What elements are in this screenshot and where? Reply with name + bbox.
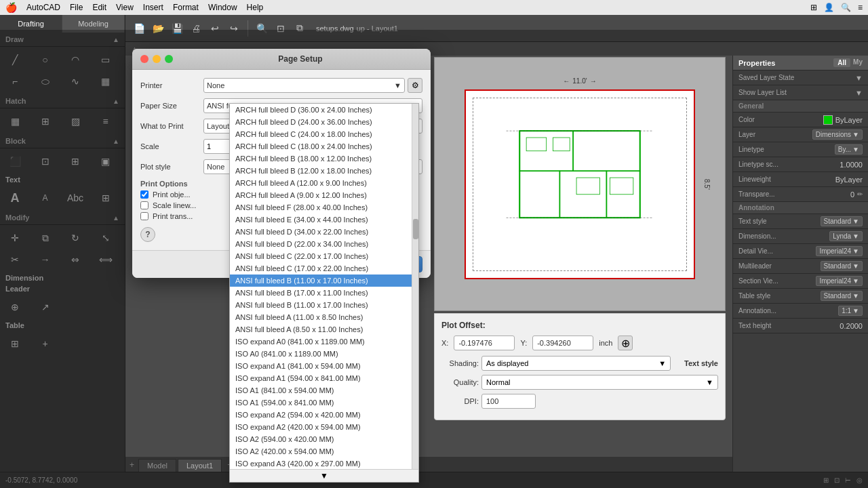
multileader-dropdown[interactable]: Standard ▼ [821,261,863,271]
x-offset-input[interactable] [454,336,515,350]
menu-window[interactable]: Window [208,3,237,12]
text-style-dropdown[interactable]: Standard ▼ [821,216,863,226]
detail-view-label: Detail Vie... [738,247,773,255]
print-transparency-label: Print trans... [153,212,193,220]
dropdown-item-26[interactable]: ISO expand A2 (420.00 x 594.00 MM) [230,421,418,433]
menu-edit[interactable]: Edit [92,3,106,12]
dimension-dropdown[interactable]: Lynda ▼ [829,231,863,241]
minimize-button[interactable] [153,55,161,63]
grid-icon: ⊞ [810,3,817,12]
section-view-row: Section Vie... Imperial24 ▼ [733,274,868,289]
scale-lineweights-label: Scale linew... [153,201,196,209]
annotation-scale-dropdown[interactable]: 1:1 ▼ [838,306,863,316]
dropdown-item-3[interactable]: ARCH full bleed C (18.00 x 24.00 Inches) [230,140,418,152]
dropdown-item-16[interactable]: ANSI full bleed B (11.00 x 17.00 Inches) [230,299,418,311]
dialog-title: Page Setup [178,54,422,64]
paper-size-dropdown-list[interactable]: ARCH full bleed D (36.00 x 24.00 Inches)… [229,103,419,483]
shading-chevron-icon: ▼ [658,359,666,367]
print-objects-checkbox[interactable] [140,190,149,199]
printer-select[interactable]: None ▼ [203,78,405,93]
annotation-scale-value: 1:1 [842,307,851,314]
menu-format[interactable]: Format [173,3,199,12]
printer-chevron-icon: ▼ [394,81,401,89]
dropdown-item-0[interactable]: ARCH full bleed D (36.00 x 24.00 Inches) [230,104,418,116]
linetype-dropdown[interactable]: By... ▼ [835,144,863,155]
dimension-chevron-icon: ▼ [852,232,859,240]
my-tab[interactable]: My [853,58,863,67]
dropdown-item-18[interactable]: ANSI full bleed A (8.50 x 11.00 Inches) [230,323,418,336]
y-offset-input[interactable] [532,336,593,350]
dpi-input[interactable] [481,394,536,409]
maximize-button[interactable] [165,55,173,63]
dropdown-item-11[interactable]: ANSI full bleed D (22.00 x 34.00 Inches) [230,238,418,250]
detail-view-dropdown[interactable]: Imperial24 ▼ [816,246,863,256]
dropdown-item-28[interactable]: ISO A2 (420.00 x 594.00 MM) [230,445,418,458]
dropdown-item-1[interactable]: ARCH full bleed D (24.00 x 36.00 Inches) [230,116,418,128]
printer-settings-icon[interactable]: ⚙ [408,78,422,93]
quality-select[interactable]: Normal ▼ [481,375,718,390]
all-tab[interactable]: All [833,58,850,67]
dropdown-item-10[interactable]: ANSI full bleed D (34.00 x 22.00 Inches) [230,226,418,238]
center-to-page-button[interactable]: ⊕ [618,336,633,350]
dropdown-item-6[interactable]: ARCH full bleed A (12.00 x 9.00 Inches) [230,177,418,189]
dropdown-item-24[interactable]: ISO A1 (594.00 x 841.00 MM) [230,396,418,409]
table-style-value: Standard [824,292,852,300]
quality-value: Normal [486,378,510,386]
help-button[interactable]: ? [140,227,155,242]
linetype-scale-value: 1.0000 [840,161,863,169]
what-to-print-label: What to Print [140,122,198,130]
shading-select[interactable]: As displayed ▼ [481,356,671,371]
dropdown-item-4[interactable]: ARCH full bleed B (18.00 x 12.00 Inches) [230,152,418,165]
y-label: Y: [520,339,527,347]
dropdown-item-7[interactable]: ARCH full bleed A (9.00 x 12.00 Inches) [230,189,418,201]
section-view-dropdown[interactable]: Imperial24 ▼ [816,276,863,286]
menu-file[interactable]: File [70,3,83,12]
dropdown-item-9[interactable]: ANSI full bleed E (34.00 x 44.00 Inches) [230,214,418,226]
dropdown-item-25[interactable]: ISO expand A2 (594.00 x 420.00 MM) [230,409,418,421]
dropdown-item-14[interactable]: ANSI full bleed B (11.00 x 17.00 Inches) [230,274,418,287]
dropdown-item-22[interactable]: ISO expand A1 (594.00 x 841.00 MM) [230,372,418,384]
menu-help[interactable]: Help [247,3,264,12]
dropdown-item-17[interactable]: ANSI full bleed A (11.00 x 8.50 Inches) [230,311,418,323]
apple-menu[interactable]: 🍎 [5,2,17,13]
dropdown-item-5[interactable]: ARCH full bleed B (12.00 x 18.00 Inches) [230,165,418,177]
dimension-style-label: Dimension... [738,232,776,240]
dpi-row: DPI: [441,394,718,409]
dropdown-item-27[interactable]: ISO A2 (594.00 x 420.00 MM) [230,433,418,445]
lineweight-value: ByLayer [835,176,863,184]
dropdown-item-23[interactable]: ISO A1 (841.00 x 594.00 MM) [230,384,418,396]
preview-paper: ← 11.0' → 8.5' [465,89,695,279]
layer-chevron-icon: ▼ [852,131,859,138]
multileader-row: Multileader Standard ▼ [733,259,868,274]
print-transparency-checkbox[interactable] [140,212,149,220]
right-properties-panel: Properties All My Saved Layer State ▼ Sh… [732,56,868,472]
layer-dropdown[interactable]: Dimensions ▼ [812,129,863,140]
menu-insert[interactable]: Insert [143,3,163,12]
dropdown-item-19[interactable]: ISO expand A0 (841.00 x 1189.00 MM) [230,336,418,348]
dropdown-scroll-down[interactable]: ▼ [230,469,418,482]
transparency-edit-icon[interactable]: ✏ [857,190,863,198]
menu-autocad[interactable]: AutoCAD [26,3,60,12]
dropdown-item-21[interactable]: ISO expand A1 (841.00 x 594.00 MM) [230,360,418,372]
color-row: Color ByLayer [733,113,868,127]
dropdown-item-20[interactable]: ISO A0 (841.00 x 1189.00 MM) [230,348,418,360]
text-height-label: Text height [738,322,771,329]
color-label: Color [738,116,755,123]
table-style-dropdown[interactable]: Standard ▼ [821,291,863,301]
close-button[interactable] [140,55,149,63]
dropdown-item-2[interactable]: ARCH full bleed C (24.00 x 18.00 Inches) [230,128,418,140]
plot-offset-label: Plot Offset: [441,321,718,330]
show-layer-list-row[interactable]: Show Layer List ▼ [733,85,868,100]
section-view-label: Section Vie... [738,277,778,285]
dropdown-item-29[interactable]: ISO expand A3 (420.00 x 297.00 MM) [230,458,418,470]
dropdown-item-31[interactable]: ISO A3 (420.00 x 297.00 MM) [230,482,418,483]
dropdown-item-8[interactable]: ANSI full bleed F (28.00 x 40.00 Inches) [230,201,418,214]
saved-layer-state-row[interactable]: Saved Layer State ▼ [733,70,868,85]
dropdown-item-13[interactable]: ANSI full bleed C (17.00 x 22.00 Inches) [230,262,418,274]
menu-view[interactable]: View [116,3,134,12]
dropdown-item-15[interactable]: ANSI full bleed B (17.00 x 11.00 Inches) [230,287,418,299]
dropdown-item-12[interactable]: ANSI full bleed C (22.00 x 17.00 Inches) [230,250,418,262]
section-view-value: Imperial24 [819,277,851,285]
scale-lineweights-checkbox[interactable] [140,201,149,209]
table-style-row: Table style Standard ▼ [733,289,868,304]
